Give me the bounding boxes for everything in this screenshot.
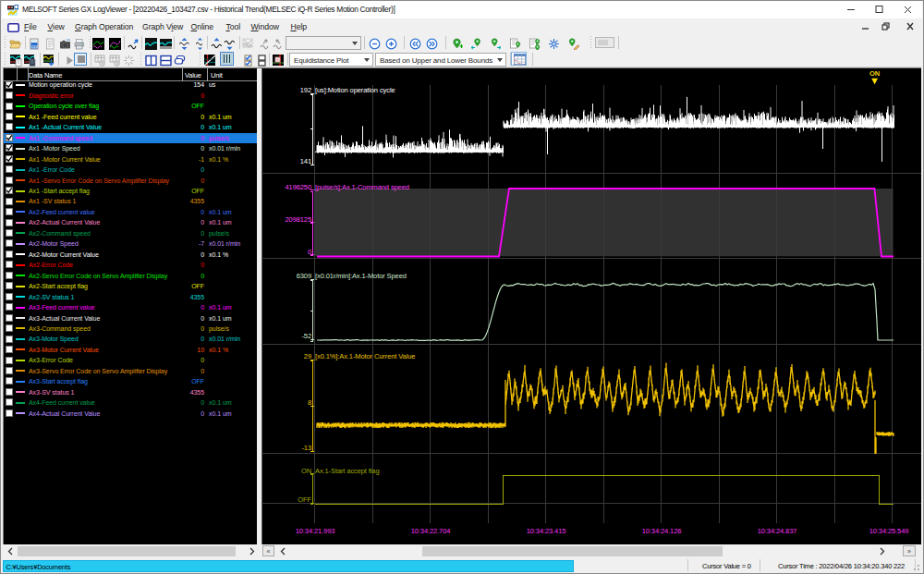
svg-text:OFF: OFF [298,495,311,504]
svg-text:192: 192 [300,86,311,94]
svg-text:-13: -13 [301,444,311,452]
svg-text:Ax.1-Start accept flag: Ax.1-Start accept flag [315,467,380,475]
svg-text:[us]:Motion operation cycle: [us]:Motion operation cycle [315,86,395,94]
svg-text:ON: ON [301,467,311,475]
svg-text:[x0.1%]:Ax.1-Motor Current Val: [x0.1%]:Ax.1-Motor Current Value [315,352,415,360]
svg-text:-52: -52 [301,332,311,340]
svg-text:10:34:23.415: 10:34:23.415 [527,527,566,535]
svg-text:10:34:24.126: 10:34:24.126 [642,527,682,535]
svg-text:6309: 6309 [297,272,311,280]
svg-text:141: 141 [300,157,311,165]
svg-text:10:34:25.549: 10:34:25.549 [869,527,909,535]
svg-text:ON: ON [869,69,880,78]
svg-text:2098125: 2098125 [286,215,312,224]
svg-text:[x0.01r/min]:Ax.1-Motor Speed: [x0.01r/min]:Ax.1-Motor Speed [315,272,407,280]
svg-text:10:34:24.837: 10:34:24.837 [758,527,797,535]
svg-text:29: 29 [304,352,311,360]
svg-text:10:34:22.704: 10:34:22.704 [411,527,451,535]
svg-text:10:34:21.993: 10:34:21.993 [296,527,335,535]
svg-text:[pulse/s]:Ax.1-Command speed: [pulse/s]:Ax.1-Command speed [315,183,409,191]
svg-text:4196250: 4196250 [286,183,312,191]
